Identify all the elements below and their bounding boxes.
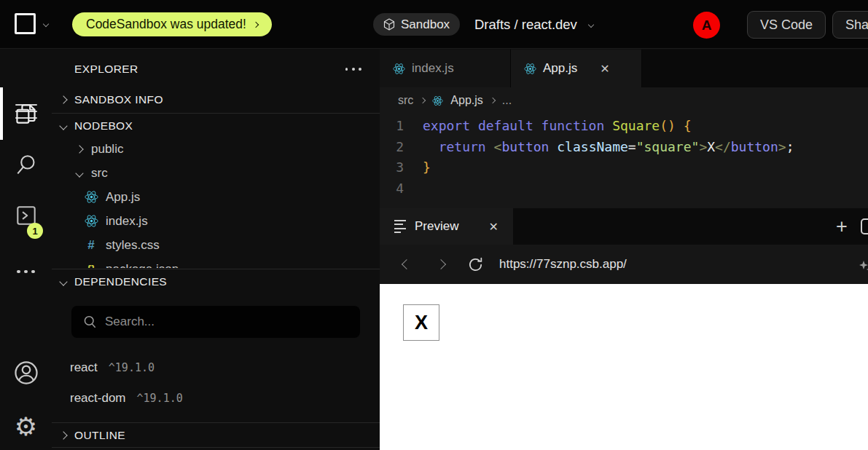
chevron-left-icon <box>402 259 412 269</box>
more-views-button[interactable] <box>0 264 52 279</box>
explorer-header: EXPLORER <box>52 58 380 80</box>
dependency-search <box>71 306 360 338</box>
update-banner-button[interactable]: CodeSandbox was updated! <box>72 12 272 36</box>
terminal-view-button[interactable]: 1 <box>0 204 52 227</box>
explorer-sidebar: EXPLORER SANDBOX INFO NODEBOX public src <box>52 50 380 450</box>
chevron-right-icon <box>420 98 426 103</box>
forward-button[interactable] <box>431 255 450 274</box>
codesandbox-logo-icon <box>15 13 36 34</box>
file-name: App.js <box>106 190 140 205</box>
tab-appjs[interactable]: App.js ✕ <box>511 50 642 87</box>
editor-tabbar: index.js App.js ✕ <box>380 50 868 87</box>
chevron-down-icon <box>588 21 594 27</box>
ellipsis-icon <box>17 270 35 274</box>
chevron-right-icon <box>253 21 259 27</box>
dependency-row[interactable]: react-dom ^19.1.0 <box>70 386 361 411</box>
tree-file-appjs[interactable]: App.js <box>52 185 380 209</box>
breadcrumb-folder[interactable]: src <box>398 94 413 107</box>
chevron-right-icon <box>59 431 67 439</box>
chevron-right-icon <box>436 259 446 269</box>
editor-breadcrumb: src App.js ... <box>380 87 868 114</box>
preview-tab[interactable]: Preview ✕ <box>380 208 513 245</box>
react-icon <box>393 63 405 75</box>
files-icon <box>14 102 38 126</box>
activity-bar: 1 ⚙ <box>0 50 52 450</box>
dependency-version: ^19.1.0 <box>109 361 155 374</box>
search-icon <box>82 315 97 329</box>
code-line: 4 <box>380 178 868 200</box>
dependency-row[interactable]: react ^19.1.0 <box>70 355 361 380</box>
editor-panel: index.js App.js ✕ src <box>380 50 868 450</box>
refresh-button[interactable] <box>466 255 485 274</box>
breadcrumb-more[interactable]: ... <box>502 94 512 107</box>
codesandbox-window: CodeSandbox was updated! Sandbox Drafts … <box>0 0 868 450</box>
code-line: 2 return <button className="square">X</b… <box>380 137 868 158</box>
account-button[interactable] <box>0 360 52 386</box>
explorer-menu-icon[interactable] <box>345 68 361 71</box>
close-tab-icon[interactable]: ✕ <box>600 62 609 76</box>
code-line: 3} <box>380 157 868 178</box>
open-vscode-button[interactable]: VS Code <box>747 11 826 39</box>
section-label: NODEBOX <box>74 119 133 133</box>
divider <box>52 447 380 448</box>
chevron-down-icon <box>59 277 67 285</box>
back-button[interactable] <box>397 255 416 274</box>
avatar[interactable]: A <box>693 12 720 39</box>
chevron-right-icon <box>75 145 83 153</box>
breadcrumb-file[interactable]: App.js <box>450 94 482 107</box>
code-editor[interactable]: 1export default function Square() {2 ret… <box>380 114 868 208</box>
gear-icon: ⚙ <box>15 414 37 439</box>
sandbox-type-badge[interactable]: Sandbox <box>373 13 460 36</box>
tree-file-indexjs[interactable]: index.js <box>52 209 380 233</box>
react-icon <box>432 95 443 106</box>
chevron-down-icon <box>43 20 49 26</box>
tab-indexjs[interactable]: index.js <box>380 50 511 87</box>
square-button[interactable]: X <box>403 304 439 341</box>
preview-urlbar: https://77sznp.csb.app/ <box>380 245 868 284</box>
project-breadcrumb[interactable]: Drafts / react.dev <box>474 0 593 49</box>
code-line: 1export default function Square() { <box>380 116 868 137</box>
dependency-search-input[interactable] <box>105 315 349 329</box>
tree-file-packagejson[interactable]: {} package.json <box>52 257 380 268</box>
section-dependencies[interactable]: DEPENDENCIES <box>52 269 380 294</box>
tree-clip: {} package.json <box>52 257 380 268</box>
section-nodebox[interactable]: NODEBOX <box>52 114 380 138</box>
folder-name: src <box>91 166 108 181</box>
react-icon <box>82 214 101 228</box>
tree-folder-src[interactable]: src <box>52 161 380 185</box>
chevron-right-icon <box>59 95 67 103</box>
close-preview-icon[interactable]: ✕ <box>489 220 498 234</box>
preview-tabbar: Preview ✕ + <box>380 208 868 245</box>
sparkle-icon[interactable] <box>858 259 868 274</box>
section-label: DEPENDENCIES <box>74 275 167 288</box>
workspace-menu-button[interactable] <box>15 13 48 34</box>
search-view-button[interactable] <box>0 153 52 176</box>
search-icon <box>15 153 38 176</box>
dependency-version: ^19.1.0 <box>137 392 183 405</box>
tree-folder-public[interactable]: public <box>52 137 380 161</box>
file-name: package.json <box>106 262 179 269</box>
sandbox-badge-label: Sandbox <box>401 17 450 32</box>
url-field[interactable]: https://77sznp.csb.app/ <box>499 257 627 272</box>
terminal-badge: 1 <box>27 223 43 239</box>
section-label: SANDBOX INFO <box>74 93 163 106</box>
settings-button[interactable]: ⚙ <box>0 412 52 440</box>
tab-label: index.js <box>412 61 454 76</box>
section-sandbox-info[interactable]: SANDBOX INFO <box>52 87 380 112</box>
chevron-down-icon <box>59 122 67 130</box>
chevron-down-icon <box>75 169 83 177</box>
file-name: index.js <box>106 214 148 229</box>
file-name: styles.css <box>106 238 160 253</box>
preview-list-icon <box>394 220 406 233</box>
main-area: 1 ⚙ EXPLORER <box>0 50 868 450</box>
section-outline[interactable]: OUTLINE <box>52 423 380 447</box>
folder-name: public <box>91 142 123 157</box>
json-icon: {} <box>82 263 101 268</box>
open-pane-icon[interactable] <box>861 218 868 234</box>
files-view-button[interactable] <box>0 102 52 125</box>
tree-file-stylescss[interactable]: # styles.css <box>52 233 380 257</box>
section-label: OUTLINE <box>74 429 125 442</box>
new-preview-button[interactable]: + <box>830 215 853 238</box>
share-button[interactable]: Share <box>832 11 868 39</box>
css-icon: # <box>82 238 101 253</box>
